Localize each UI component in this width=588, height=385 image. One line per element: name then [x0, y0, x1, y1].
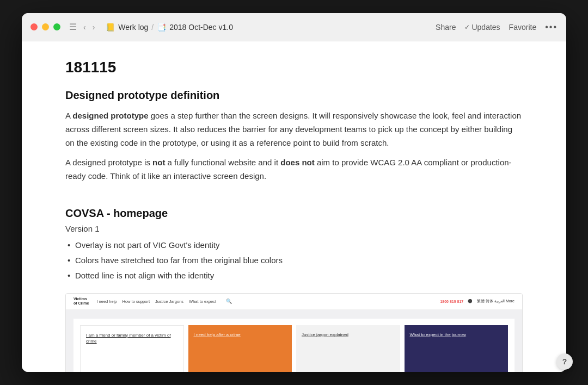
card4-arrow: →: [410, 371, 503, 372]
titlebar: ☰ ‹ › 📒 Werk log / 📑 2018 Oct-Dec v1.0 S…: [22, 13, 566, 41]
hamburger-icon[interactable]: ☰: [69, 22, 77, 32]
preview-card-1: I am a friend or family member of a vict…: [80, 325, 184, 372]
traffic-light-red[interactable]: [30, 23, 38, 30]
breadcrumb-separator: /: [151, 23, 154, 32]
preview-lang-options: 繁體 简体 العربية More: [477, 299, 514, 304]
updates-label: Updates: [471, 23, 500, 32]
preview-card-3: Justice jargon explained →: [296, 325, 400, 372]
preview-logo: Victims of Crime: [74, 297, 89, 306]
section1-para1: A designed prototype goes a step further…: [65, 109, 523, 150]
covsa-section: COVSA - homepage Version 1 Overlay is no…: [65, 207, 523, 372]
preview-card-2: I need help after a crime →: [188, 325, 292, 372]
preview-logo-line1: Victims: [74, 297, 89, 301]
para2-middle: a fully functional website and it: [165, 158, 280, 167]
version-label: Version 1: [65, 224, 523, 233]
preview-right-nav: 1800 819 817 ⚫ 繁體 简体 العربية More: [440, 299, 514, 304]
section-divider: [65, 190, 523, 203]
para2-bold1: not: [152, 158, 165, 167]
doc-icon: 📑: [157, 23, 166, 32]
preview-nav-link-2: How to support: [122, 299, 150, 304]
bullet-item-1: Overlay is not part of VIC Govt's identi…: [65, 239, 523, 252]
preview-circle-icon: ⚫: [468, 299, 473, 303]
designed-prototype-section: Designed prototype definition A designed…: [65, 89, 523, 183]
preview-nav: Victims of Crime I need help How to supp…: [66, 294, 522, 310]
more-options-button[interactable]: •••: [545, 22, 558, 32]
preview-nav-link-1: I need help: [96, 299, 117, 304]
preview-card-4: What to expect in the journey →: [405, 325, 509, 372]
page-content: 181115 Designed prototype definition A d…: [22, 41, 566, 372]
preview-nav-link-4: What to expect: [189, 299, 216, 304]
card3-arrow: →: [302, 371, 395, 372]
preview-nav-links: I need help How to support Justice Jargo…: [96, 299, 216, 304]
breadcrumb-part2[interactable]: 2018 Oct-Dec v1.0: [169, 23, 233, 32]
werk-log-icon: 📒: [106, 23, 115, 32]
para1-prefix: A: [65, 111, 72, 120]
breadcrumb-part1[interactable]: Werk log: [118, 23, 148, 32]
preview-cards: I am a friend or family member of a vict…: [74, 319, 514, 372]
website-preview: Victims of Crime I need help How to supp…: [65, 293, 523, 372]
back-arrow-icon[interactable]: ‹: [81, 22, 88, 33]
covsa-heading: COVSA - homepage: [65, 207, 523, 220]
bullet-item-3: Dotted line is not align with the identi…: [65, 269, 523, 282]
help-button[interactable]: ?: [556, 353, 573, 370]
traffic-light-green[interactable]: [53, 23, 60, 30]
preview-search-icon: 🔍: [226, 299, 232, 304]
preview-nav-link-3: Justice Jargons: [155, 299, 183, 304]
para2-bold2: does not: [280, 158, 315, 167]
preview-hotline: 1800 819 817: [440, 300, 463, 303]
para2-prefix: A designed prototype is: [65, 158, 152, 167]
traffic-lights: [30, 23, 60, 30]
traffic-light-yellow[interactable]: [42, 23, 49, 30]
section1-para2: A designed prototype is not a fully func…: [65, 156, 523, 183]
section1-heading: Designed prototype definition: [65, 89, 523, 102]
check-icon: ✓: [464, 23, 470, 31]
breadcrumb: 📒 Werk log / 📑 2018 Oct-Dec v1.0: [106, 23, 233, 32]
card2-arrow: →: [194, 371, 287, 372]
card3-text: Justice jargon explained: [302, 332, 395, 338]
card1-text: I am a friend or family member of a vict…: [86, 332, 178, 344]
card1-arrow: →: [86, 370, 178, 372]
entry-date: 181115: [65, 59, 523, 76]
updates-button[interactable]: ✓ Updates: [464, 23, 500, 32]
card2-text: I need help after a crime: [194, 332, 287, 338]
titlebar-controls: ☰ ‹ › 📒 Werk log / 📑 2018 Oct-Dec v1.0: [69, 22, 233, 33]
forward-arrow-icon[interactable]: ›: [90, 22, 97, 33]
favorite-button[interactable]: Favorite: [509, 23, 537, 32]
preview-logo-line2: of Crime: [74, 301, 89, 306]
bullet-item-2: Colors have stretched too far from the o…: [65, 254, 523, 267]
preview-body: I am a friend or family member of a vict…: [66, 310, 522, 372]
titlebar-right-actions: Share ✓ Updates Favorite •••: [436, 22, 558, 32]
app-window: ☰ ‹ › 📒 Werk log / 📑 2018 Oct-Dec v1.0 S…: [22, 13, 566, 372]
para1-bold1: designed prototype: [72, 111, 148, 120]
share-button[interactable]: Share: [436, 23, 456, 32]
bullet-list: Overlay is not part of VIC Govt's identi…: [65, 239, 523, 282]
card4-text: What to expect in the journey: [410, 332, 503, 338]
nav-arrows: ‹ ›: [81, 22, 97, 33]
